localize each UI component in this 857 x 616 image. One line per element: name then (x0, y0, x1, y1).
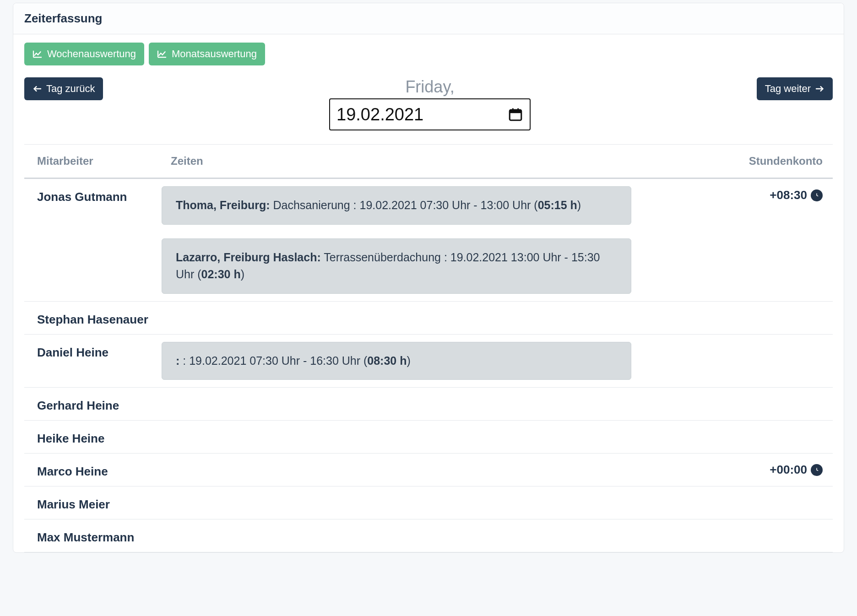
report-buttons: Wochenauswertung Monatsauswertung (24, 43, 833, 65)
employee-name: Gerhard Heine (24, 395, 162, 413)
prev-day-label: Tag zurück (46, 83, 95, 95)
page-title: Zeiterfassung (24, 11, 833, 26)
arrow-left-icon (33, 85, 42, 92)
employee-name: Marco Heine (24, 461, 162, 479)
prev-day-button[interactable]: Tag zurück (24, 77, 103, 100)
table-header: Mitarbeiter Zeiten Stundenkonto (24, 144, 833, 179)
employee-times: Thoma, Freiburg: Dachsanierung : 19.02.2… (162, 186, 723, 294)
hours-account (723, 527, 833, 529)
col-header-times: Zeiten (162, 155, 723, 168)
time-entry-duration: 08:30 h (367, 354, 407, 367)
monthly-report-button[interactable]: Monatsauswertung (149, 43, 265, 65)
hours-account (723, 309, 833, 311)
table-row: Max Mustermann (24, 519, 833, 552)
arrow-right-icon (815, 85, 824, 92)
time-entry[interactable]: Thoma, Freiburg: Dachsanierung : 19.02.2… (162, 186, 631, 225)
time-tracking-card: Zeiterfassung Wochenauswertung (13, 3, 844, 553)
hours-account (723, 342, 833, 344)
employee-rows: Jonas GutmannThoma, Freiburg: Dachsanier… (24, 179, 833, 552)
time-entry-tail: ) (241, 268, 244, 281)
chart-line-icon (157, 50, 167, 58)
table-row: Jonas GutmannThoma, Freiburg: Dachsanier… (24, 179, 833, 302)
hours-account: +08:30 (723, 186, 833, 202)
hours-account (723, 428, 833, 430)
time-entry-location: Lazarro, Freiburg Haslach: (176, 251, 321, 264)
clock-icon (811, 189, 823, 201)
table-row: Daniel Heine: : 19.02.2021 07:30 Uhr - 1… (24, 335, 833, 388)
table-row: Heike Heine (24, 421, 833, 454)
hours-account (723, 395, 833, 397)
time-entry-desc: : 19.02.2021 07:30 Uhr - 16:30 Uhr ( (179, 354, 367, 367)
weekly-report-label: Wochenauswertung (47, 48, 136, 60)
time-entry[interactable]: : : 19.02.2021 07:30 Uhr - 16:30 Uhr (08… (162, 342, 631, 380)
time-entry-desc: Dachsanierung : 19.02.2021 07:30 Uhr - 1… (270, 199, 538, 211)
employee-name: Daniel Heine (24, 342, 162, 360)
chart-line-icon (33, 50, 43, 58)
time-entry-tail: ) (577, 199, 581, 211)
calendar-icon[interactable] (508, 107, 523, 122)
employee-times: : : 19.02.2021 07:30 Uhr - 16:30 Uhr (08… (162, 342, 723, 380)
date-navigation: Tag zurück Friday, (24, 77, 833, 130)
employee-name: Max Mustermann (24, 527, 162, 545)
employee-name: Stephan Hasenauer (24, 309, 162, 327)
weekday-label: Friday, (405, 77, 454, 97)
svg-rect-2 (512, 108, 514, 111)
next-day-button[interactable]: Tag weiter (757, 77, 833, 100)
time-entry-tail: ) (407, 354, 410, 367)
date-input[interactable] (336, 105, 474, 124)
weekly-report-button[interactable]: Wochenauswertung (24, 43, 144, 65)
clock-icon (811, 464, 823, 476)
time-entry-location: Thoma, Freiburg: (176, 199, 270, 211)
svg-rect-1 (510, 110, 521, 113)
table-row: Stephan Hasenauer (24, 302, 833, 335)
table-row: Marco Heine+00:00 (24, 454, 833, 486)
table-row: Gerhard Heine (24, 388, 833, 421)
svg-rect-3 (517, 108, 519, 111)
table-row: Marius Meier (24, 486, 833, 519)
hours-account-value: +08:30 (770, 188, 807, 202)
monthly-report-label: Monatsauswertung (172, 48, 257, 60)
hours-account: +00:00 (723, 461, 833, 477)
employee-name: Jonas Gutmann (24, 186, 162, 204)
employee-name: Heike Heine (24, 428, 162, 446)
time-entry-duration: 02:30 h (201, 268, 241, 281)
col-header-account: Stundenkonto (723, 155, 833, 168)
col-header-employee: Mitarbeiter (24, 155, 162, 168)
next-day-label: Tag weiter (765, 83, 811, 95)
date-picker[interactable] (329, 98, 531, 130)
card-header: Zeiterfassung (13, 3, 844, 34)
card-body: Wochenauswertung Monatsauswertung (13, 34, 844, 552)
time-entry[interactable]: Lazarro, Freiburg Haslach: Terrassenüber… (162, 238, 631, 294)
employee-name: Marius Meier (24, 494, 162, 512)
hours-account (723, 494, 833, 496)
time-entry-duration: 05:15 h (538, 199, 577, 211)
hours-account-value: +00:00 (770, 463, 807, 477)
